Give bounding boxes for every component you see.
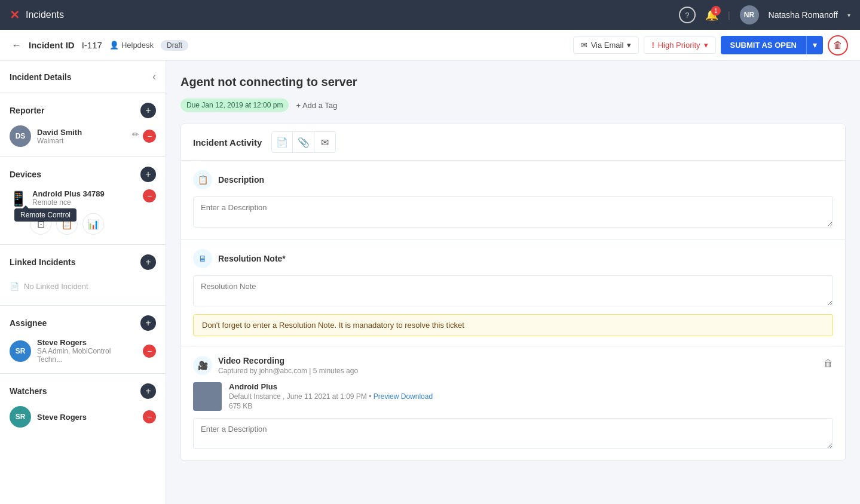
description-section: 📋 Description (181, 161, 845, 239)
app-title: Incidents (26, 10, 64, 20)
resolution-warning: Don't forget to enter a Resolution Note.… (193, 314, 833, 336)
device-row: 📱 Android Plus 34789 Remote nce − (10, 189, 156, 207)
activity-title: Incident Activity (193, 137, 262, 147)
assignee-info: Steve Rogers SA Admin, MobiControl Techn… (37, 338, 137, 364)
download-link[interactable]: Download (401, 392, 433, 401)
person-icon: 👤 (109, 41, 119, 50)
incident-details-title: Incident Details (10, 72, 71, 82)
devices-title: Devices (10, 170, 41, 179)
status-badge: Draft (161, 40, 188, 51)
edit-reporter-icon[interactable]: ✏ (132, 130, 139, 143)
sidebar-header: Incident Details ‹ (0, 61, 166, 83)
sub-header: ← Incident ID I-117 👤 Helpdesk Draft ✉ V… (0, 30, 860, 61)
reporter-info: David Smith Walmart (37, 128, 126, 145)
submit-button[interactable]: SUBMIT AS OPEN ▾ (721, 36, 823, 54)
assignee-row: SR Steve Rogers SA Admin, MobiControl Te… (10, 338, 156, 364)
add-tag-button[interactable]: + Add a Tag (296, 101, 337, 110)
add-tag-label: + Add a Tag (296, 101, 337, 110)
priority-button[interactable]: ! High Priority ▾ (644, 36, 715, 54)
watchers-header: Watchers + (10, 383, 156, 399)
reporter-actions: ✏ − (132, 130, 156, 143)
remove-device-button[interactable]: − (143, 189, 156, 202)
activity-tab-notes[interactable]: 📄 (271, 131, 293, 153)
add-device-button[interactable]: + (140, 167, 156, 182)
video-file-row: Android Plus Default Instance , June 11 … (193, 382, 833, 411)
activity-tab-attachments[interactable]: 📎 (293, 131, 314, 153)
device-item: 📱 Android Plus 34789 Remote nce − Remote… (10, 189, 156, 235)
assignee-header: Assignee + (10, 315, 156, 331)
video-description-input[interactable] (193, 418, 833, 449)
resolution-input[interactable] (193, 275, 833, 306)
watchers-title: Watchers (10, 386, 47, 396)
sidebar: Incident Details ‹ Reporter + DS David S… (0, 61, 166, 504)
add-watcher-button[interactable]: + (140, 383, 156, 399)
collapse-icon[interactable]: ‹ (152, 70, 156, 83)
devices-section: Devices + 📱 Android Plus 34789 Remote nc… (0, 157, 166, 235)
video-icon: 🎥 (193, 356, 212, 375)
add-reporter-button[interactable]: + (140, 103, 156, 118)
add-assignee-button[interactable]: + (140, 315, 156, 331)
watcher-avatar: SR (10, 406, 31, 428)
device-phone-icon: 📱 (10, 190, 27, 207)
device-stats-button[interactable]: 📊 (82, 213, 104, 235)
video-filename: Android Plus (229, 382, 833, 391)
device-sub: Remote nce (32, 198, 138, 207)
remote-control-tooltip: Remote Control (14, 208, 76, 222)
resolution-title: Resolution Note* (218, 254, 286, 263)
video-file-info: Android Plus Default Instance , June 11 … (229, 382, 833, 410)
incident-details-header: Incident Details ‹ (10, 70, 156, 83)
sub-header-right: ✉ Via Email ▾ ! High Priority ▾ SUBMIT A… (573, 35, 848, 56)
remove-watcher-button[interactable]: − (143, 410, 156, 423)
resolution-section: 🖥 Resolution Note* Don't forget to enter… (181, 239, 845, 346)
incident-title: Agent not connecting to server (180, 75, 846, 89)
video-delete-button[interactable]: 🗑 (824, 358, 833, 369)
reporter-header: Reporter + (10, 103, 156, 118)
add-linked-incident-button[interactable]: + (140, 254, 156, 270)
submit-label: SUBMIT AS OPEN (721, 36, 806, 54)
linked-incidents-section: Linked Incidents + 📄 No Linked Incident (0, 245, 166, 296)
via-email-button[interactable]: ✉ Via Email ▾ (573, 36, 639, 54)
video-captured-by: Captured by john@abc.com | 5 minutes ago (218, 367, 358, 375)
device-info: Android Plus 34789 Remote nce (32, 189, 138, 207)
app-logo: ✕ (10, 8, 20, 22)
video-size: 675 KB (229, 402, 833, 410)
help-icon[interactable]: ? (679, 7, 696, 23)
resolution-header: 🖥 Resolution Note* (193, 249, 833, 268)
video-header-left: 🎥 Video Recording Captured by john@abc.c… (193, 356, 358, 375)
user-name[interactable]: Natasha Romanoff (769, 10, 838, 20)
user-avatar: NR (740, 5, 759, 24)
video-section: 🎥 Video Recording Captured by john@abc.c… (181, 346, 845, 460)
reporter-name: David Smith (37, 128, 126, 137)
resolution-icon: 🖥 (193, 249, 212, 268)
no-linked-icon: 📄 (10, 282, 19, 291)
description-input[interactable] (193, 196, 833, 228)
video-meta: Default Instance , June 11 2021 at 1:09 … (229, 392, 833, 401)
content-area: Agent not connecting to server Due Jan 1… (166, 61, 860, 504)
submit-dropdown-icon[interactable]: ▾ (806, 36, 823, 54)
description-title: Description (218, 175, 264, 185)
back-button[interactable]: ← (12, 40, 22, 51)
user-menu-chevron[interactable]: ▾ (847, 12, 850, 19)
remove-reporter-button[interactable]: − (143, 130, 156, 143)
delete-button[interactable]: 🗑 (828, 35, 848, 56)
devices-header: Devices + (10, 167, 156, 182)
main-layout: Incident Details ‹ Reporter + DS David S… (0, 61, 860, 504)
watcher-row: SR Steve Rogers − (10, 406, 156, 428)
reporter-row: DS David Smith Walmart ✏ − (10, 125, 156, 147)
remove-assignee-button[interactable]: − (143, 345, 156, 358)
video-header-row: 🎥 Video Recording Captured by john@abc.c… (193, 356, 833, 375)
preview-link[interactable]: Preview (374, 392, 399, 401)
nav-divider: | (728, 10, 730, 20)
reporter-title: Reporter (10, 106, 44, 115)
video-title: Video Recording (218, 356, 358, 365)
activity-tab-email[interactable]: ✉ (314, 131, 336, 153)
notification-badge: 1 (711, 6, 721, 16)
incident-id: I-117 (82, 40, 102, 50)
assignee-title: Assignee (10, 318, 47, 328)
no-linked-label: No Linked Incident (24, 282, 88, 291)
incident-meta: Due Jan 12, 2019 at 12:00 pm + Add a Tag (180, 99, 846, 112)
due-date-badge: Due Jan 12, 2019 at 12:00 pm (180, 99, 289, 112)
bell-icon[interactable]: 🔔 1 (705, 8, 718, 21)
reporter-company: Walmart (37, 137, 126, 145)
nav-left: ✕ Incidents (10, 8, 64, 22)
